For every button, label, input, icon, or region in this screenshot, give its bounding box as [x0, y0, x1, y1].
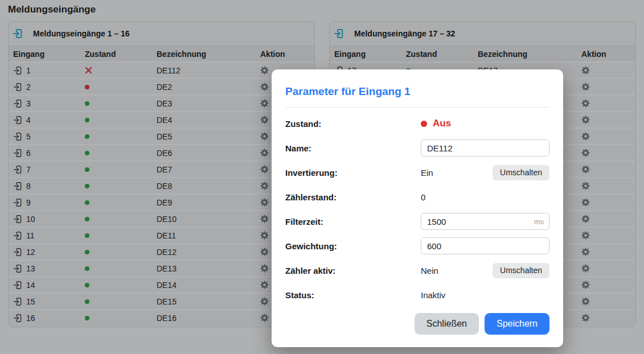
- parameter-modal: Parameter für Eingang 1 Zustand:AusName:…: [272, 69, 563, 347]
- text-field[interactable]: [421, 237, 549, 254]
- modal-field-row: Zustand:Aus: [285, 115, 549, 132]
- modal-field-row: Status:Inaktiv: [285, 286, 549, 303]
- field-value: Inaktiv: [421, 290, 549, 300]
- status-dot: [421, 121, 427, 127]
- value-text: 0: [421, 192, 425, 202]
- text-field[interactable]: [421, 139, 549, 157]
- text-field[interactable]: [421, 213, 549, 230]
- modal-title: Parameter für Eingang 1: [285, 83, 549, 108]
- modal-field-row: Filterzeit:ms: [285, 213, 549, 230]
- modal-field-row: Zählerstand:0: [285, 188, 549, 205]
- field-value: 0: [421, 192, 549, 202]
- field-label: Invertierung:: [285, 168, 421, 178]
- toggle-button[interactable]: Umschalten: [493, 165, 549, 180]
- field-value: [421, 237, 549, 254]
- field-label: Zähler aktiv:: [285, 266, 421, 275]
- field-label: Filterzeit:: [285, 217, 421, 227]
- toggle-button[interactable]: Umschalten: [493, 263, 549, 278]
- field-value: EinUmschalten: [421, 165, 549, 180]
- save-button[interactable]: Speichern: [485, 313, 549, 335]
- modal-field-row: Gewichtung:: [285, 237, 549, 254]
- modal-field-row: Zähler aktiv:NeinUmschalten: [285, 262, 549, 279]
- toggle-state-text: Ein: [421, 168, 433, 178]
- field-value: ms: [421, 213, 549, 230]
- value-text: Inaktiv: [421, 290, 445, 300]
- field-value: [421, 139, 549, 157]
- field-label: Gewichtung:: [285, 241, 421, 251]
- field-label: Zustand:: [285, 119, 421, 129]
- modal-field-row: Name:: [285, 139, 549, 157]
- toggle-state-text: Nein: [421, 266, 438, 275]
- close-button[interactable]: Schließen: [415, 313, 479, 335]
- field-label: Status:: [285, 290, 421, 300]
- modal-fields: Zustand:AusName:Invertierung:EinUmschalt…: [285, 115, 549, 303]
- field-value: NeinUmschalten: [421, 263, 549, 278]
- modal-footer: Schließen Speichern: [285, 313, 549, 335]
- field-label: Zählerstand:: [285, 192, 421, 202]
- status-text: Aus: [433, 118, 451, 129]
- modal-field-row: Invertierung:EinUmschalten: [285, 164, 549, 181]
- status-value: Aus: [421, 118, 549, 129]
- field-label: Name:: [285, 143, 421, 153]
